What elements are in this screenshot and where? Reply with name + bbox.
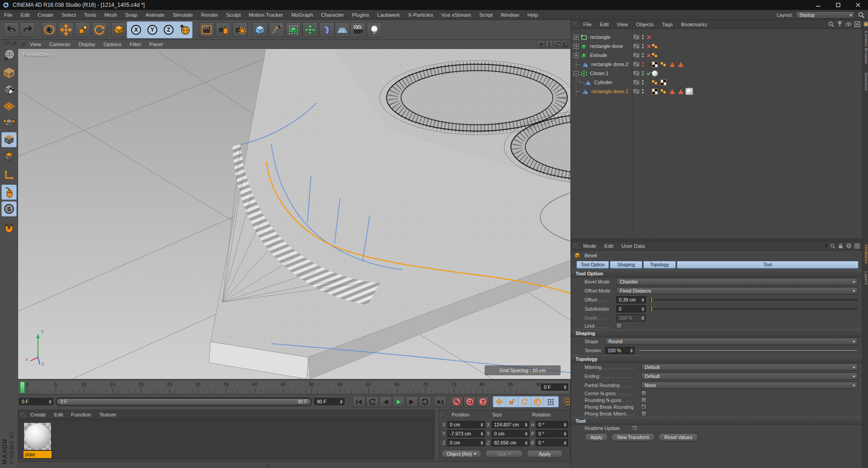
visibility-dots-icon[interactable] xyxy=(642,71,644,76)
tab-tool-option[interactable]: Tool Option xyxy=(576,261,609,269)
menu-script[interactable]: Script xyxy=(475,11,496,19)
offset-slider[interactable] xyxy=(650,299,858,301)
position-x-field[interactable]: 0 cm xyxy=(447,421,485,428)
edges-mode-button[interactable] xyxy=(1,132,17,147)
size-y-field[interactable]: 0 cm xyxy=(491,430,529,437)
previous-key-button[interactable] xyxy=(366,396,379,407)
selection-tag-icon[interactable] xyxy=(668,88,676,95)
timeline-ruler[interactable]: 0 5 10 15 20 25 30 35 40 45 50 55 60 65 … xyxy=(18,380,571,394)
uvw-tag-icon[interactable] xyxy=(660,79,667,86)
selection-tag-icon[interactable] xyxy=(668,61,676,68)
partial-rounding-dropdown[interactable]: None xyxy=(641,382,858,389)
apply-button[interactable]: Apply xyxy=(585,433,608,441)
tension-field[interactable]: 100 % xyxy=(605,347,635,354)
menu-file[interactable]: File xyxy=(0,11,17,19)
disabled-x-icon[interactable] xyxy=(647,35,651,39)
object-name[interactable]: Cloner.1 xyxy=(590,71,609,76)
close-button[interactable] xyxy=(848,0,868,10)
visibility-dots-icon[interactable] xyxy=(642,44,644,48)
material-menu-function[interactable]: Function xyxy=(67,411,95,419)
uvw-tag-icon[interactable] xyxy=(651,88,659,95)
material-name-label[interactable]: plate xyxy=(24,451,52,458)
content-browser-dock-tab[interactable]: Content Browser xyxy=(863,31,868,65)
expand-icon[interactable] xyxy=(574,44,579,49)
deformer-bend-button[interactable] xyxy=(319,22,335,38)
material-manager-handle[interactable] xyxy=(20,412,26,417)
record-keyframe-button[interactable] xyxy=(450,396,463,407)
menu-motion-tracker[interactable]: Motion Tracker xyxy=(245,11,287,19)
lock-y-axis-button[interactable]: Y xyxy=(145,22,160,38)
viewport-canvas[interactable]: Perspective Grid Spacing : 10 cm Y X Z xyxy=(18,49,571,379)
lock-icon[interactable] xyxy=(838,243,843,249)
object-name-selected[interactable]: rectangle done.1 xyxy=(591,89,628,94)
gear-icon[interactable] xyxy=(846,243,852,249)
tab-tool[interactable]: Tool xyxy=(677,261,859,269)
object-row-cylinder[interactable]: Cylinder xyxy=(571,78,862,87)
om-menu-bookmarks[interactable]: Bookmarks xyxy=(677,20,711,28)
material-menu-texture[interactable]: Texture xyxy=(95,411,120,419)
menu-character[interactable]: Character xyxy=(317,11,348,19)
add-cube-object-button[interactable] xyxy=(252,22,268,38)
object-row-cloner-1[interactable]: Cloner.1 xyxy=(571,69,862,78)
uvw-tag-icon[interactable] xyxy=(651,61,659,68)
object-name[interactable]: rectangle done xyxy=(590,43,623,49)
visibility-dots-icon[interactable] xyxy=(642,62,644,66)
palette-drag-handle[interactable] xyxy=(2,41,16,45)
slider-cursor[interactable] xyxy=(651,298,652,303)
minimize-button[interactable] xyxy=(808,0,828,10)
subdivision-surface-button[interactable] xyxy=(286,22,301,38)
maximize-button[interactable] xyxy=(828,0,848,10)
expand-icon[interactable] xyxy=(574,35,579,40)
layer-chip-icon[interactable] xyxy=(633,52,640,58)
expand-icon[interactable] xyxy=(574,53,579,58)
layer-chip-icon[interactable] xyxy=(633,43,640,49)
polygons-mode-button[interactable] xyxy=(1,149,17,164)
bevel-mode-dropdown[interactable]: Chamfer xyxy=(616,278,858,285)
coordinates-handle[interactable] xyxy=(441,412,447,418)
om-menu-edit[interactable]: Edit xyxy=(596,20,613,28)
viewport-menu-display[interactable]: Display xyxy=(74,40,99,48)
om-scroll-to-active-icon[interactable] xyxy=(837,21,843,27)
ruler-current-frame-field[interactable]: 0 F xyxy=(541,383,568,391)
last-tool-bevel[interactable] xyxy=(111,22,127,38)
rotate-tool[interactable] xyxy=(92,22,107,38)
object-row-rectangle[interactable]: rectangle xyxy=(571,33,862,42)
object-row-rectangle-done-2[interactable]: rectangle done.2 xyxy=(571,60,862,69)
previous-frame-button[interactable] xyxy=(379,396,392,407)
material-menu-edit[interactable]: Edit xyxy=(50,411,67,419)
attr-menu-edit[interactable]: Edit xyxy=(600,242,618,250)
layers-dock-tab[interactable]: Layers xyxy=(863,271,868,285)
phong-break-rounding-checkbox[interactable]: ✓ xyxy=(641,404,646,410)
visibility-dots-icon[interactable] xyxy=(642,35,644,39)
viewport-rotate-icon[interactable] xyxy=(553,40,561,48)
corner-ngons-checkbox[interactable] xyxy=(641,391,646,396)
size-mode-dropdown[interactable]: Size xyxy=(485,450,523,458)
layer-chip-icon[interactable] xyxy=(633,34,640,40)
object-name[interactable]: Extrude xyxy=(590,52,607,58)
material-thumbnail[interactable] xyxy=(24,422,52,450)
phong-tag-icon[interactable] xyxy=(651,43,659,50)
make-editable-button[interactable] xyxy=(1,47,17,62)
menu-x-particles[interactable]: X-Particles xyxy=(404,11,437,19)
rotation-b-field[interactable]: 0 ° xyxy=(536,439,568,446)
objects-dock-tab[interactable] xyxy=(863,21,868,27)
play-button[interactable] xyxy=(392,396,405,407)
layout-search-icon[interactable] xyxy=(858,12,864,18)
section-header-shaping[interactable]: Shaping xyxy=(571,329,862,337)
visibility-dots-icon[interactable] xyxy=(642,53,644,57)
structure-dock-tab[interactable]: Structure xyxy=(863,72,868,91)
phong-tag-icon[interactable] xyxy=(651,79,659,86)
mouse-input-button[interactable] xyxy=(1,184,17,200)
keyframe-help-button[interactable]: ? xyxy=(476,396,489,407)
key-scale-toggle[interactable] xyxy=(506,397,519,407)
render-settings-button[interactable] xyxy=(232,22,248,38)
rotation-p-field[interactable]: 0 ° xyxy=(536,430,568,437)
attr-search-icon[interactable] xyxy=(830,243,835,249)
size-x-field[interactable]: 124.837 cm xyxy=(491,421,529,428)
subdivision-field[interactable]: 0 xyxy=(616,305,646,312)
camera-button[interactable] xyxy=(350,22,365,38)
snap-magnet-button[interactable] xyxy=(1,221,17,236)
goto-start-button[interactable] xyxy=(353,396,365,407)
enabled-check-icon[interactable] xyxy=(646,71,651,76)
selection-tag-icon[interactable] xyxy=(677,88,684,95)
